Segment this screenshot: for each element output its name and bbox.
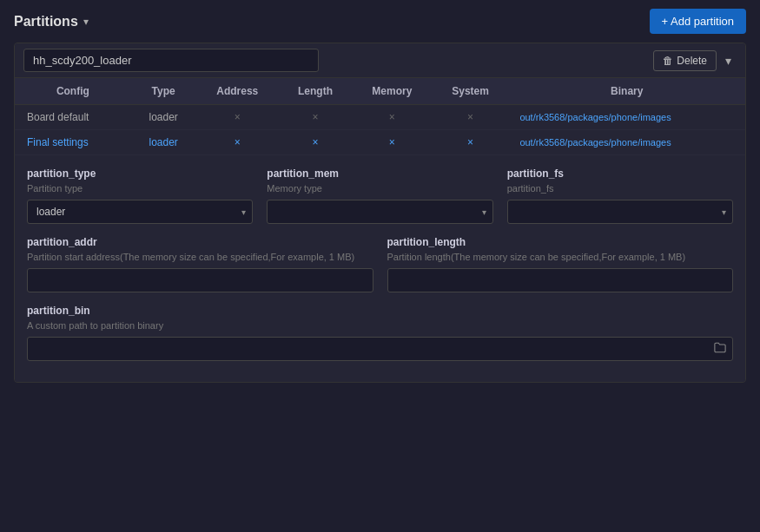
row1-type: loader bbox=[131, 105, 196, 130]
row2-config: Final settings bbox=[15, 130, 131, 155]
partition-mem-select-wrapper: ▾ bbox=[267, 200, 492, 224]
partition-name-input[interactable] bbox=[23, 49, 319, 72]
col-system: System bbox=[433, 78, 509, 105]
expand-button[interactable]: ▾ bbox=[720, 50, 737, 71]
col-length: Length bbox=[279, 78, 352, 105]
partition-mem-select[interactable] bbox=[267, 200, 492, 224]
col-config: Config bbox=[15, 78, 131, 105]
row2-system-x: × bbox=[467, 136, 473, 148]
partition-fs-desc: partition_fs bbox=[507, 183, 733, 194]
partition-table: Config Type Address Length Memory System… bbox=[15, 78, 745, 155]
page-wrapper: Partitions ▾ + Add partition 🗑 Delete ▾ bbox=[0, 0, 760, 532]
content-area: 🗑 Delete ▾ Config Type Address Length Me… bbox=[0, 43, 760, 397]
row1-address: × bbox=[196, 105, 279, 130]
header: Partitions ▾ + Add partition bbox=[0, 0, 760, 43]
page-title: Partitions bbox=[14, 14, 78, 30]
partition-mem-desc: Memory type bbox=[267, 183, 492, 194]
row1-memory: × bbox=[352, 105, 433, 130]
partition-bin-group: partition_bin A custom path to partition… bbox=[27, 305, 733, 361]
row2-type: loader bbox=[131, 130, 196, 155]
col-address: Address bbox=[196, 78, 279, 105]
col-memory: Memory bbox=[352, 78, 433, 105]
row1-length: × bbox=[279, 105, 352, 130]
table-row-final: Final settings loader × × × × out/rk3568… bbox=[15, 130, 745, 155]
partition-bin-desc: A custom path to partition binary bbox=[27, 320, 733, 331]
row2-length: × bbox=[279, 130, 352, 155]
partition-addr-input[interactable] bbox=[27, 268, 373, 292]
partition-fs-select[interactable] bbox=[507, 200, 733, 224]
row1-binary: out/rk3568/packages/phone/images bbox=[509, 105, 745, 130]
partition-mem-label: partition_mem bbox=[267, 167, 492, 180]
partition-type-select[interactable]: loader normal system bbox=[27, 200, 253, 224]
form-section: partition_type Partition type loader nor… bbox=[15, 155, 745, 382]
table-row: Board default loader × × × × out/rk3568/… bbox=[15, 105, 745, 130]
folder-icon[interactable] bbox=[714, 342, 726, 357]
col-binary: Binary bbox=[509, 78, 745, 105]
card-topbar-actions: 🗑 Delete ▾ bbox=[653, 50, 737, 71]
row1-address-x: × bbox=[235, 111, 241, 123]
partition-fs-group: partition_fs partition_fs ▾ bbox=[507, 167, 733, 224]
table-header-row: Config Type Address Length Memory System… bbox=[15, 78, 745, 105]
row2-system: × bbox=[433, 130, 509, 155]
row2-binary: out/rk3568/packages/phone/images bbox=[509, 130, 745, 155]
header-chevron-icon[interactable]: ▾ bbox=[83, 16, 89, 28]
card-topbar: 🗑 Delete ▾ bbox=[15, 43, 745, 78]
partition-length-group: partition_length Partition length(The me… bbox=[387, 236, 734, 292]
partition-bin-label: partition_bin bbox=[27, 305, 733, 317]
partition-mem-group: partition_mem Memory type ▾ bbox=[267, 167, 492, 224]
partition-card: 🗑 Delete ▾ Config Type Address Length Me… bbox=[14, 43, 746, 383]
row1-memory-x: × bbox=[389, 111, 395, 123]
row1-config: Board default bbox=[15, 105, 131, 130]
row2-address: × bbox=[196, 130, 279, 155]
partition-fs-label: partition_fs bbox=[507, 167, 733, 180]
row1-system: × bbox=[433, 105, 509, 130]
partition-bin-input-wrapper bbox=[27, 337, 733, 361]
partition-addr-group: partition_addr Partition start address(T… bbox=[27, 236, 373, 292]
partition-length-desc: Partition length(The memory size can be … bbox=[387, 252, 734, 262]
col-type: Type bbox=[131, 78, 196, 105]
partition-type-desc: Partition type bbox=[27, 183, 253, 194]
partition-type-group: partition_type Partition type loader nor… bbox=[27, 167, 253, 224]
partition-type-label: partition_type bbox=[27, 167, 253, 180]
row2-memory-x: × bbox=[389, 136, 395, 148]
form-row-2: partition_addr Partition start address(T… bbox=[27, 236, 733, 292]
header-title-group: Partitions ▾ bbox=[14, 14, 89, 30]
row2-address-x: × bbox=[235, 136, 241, 148]
add-partition-button[interactable]: + Add partition bbox=[650, 9, 746, 34]
row2-length-x: × bbox=[312, 136, 318, 148]
delete-button-label: Delete bbox=[677, 55, 707, 67]
trash-icon: 🗑 bbox=[663, 55, 673, 67]
row2-binary-link: out/rk3568/packages/phone/images bbox=[518, 137, 674, 148]
delete-button[interactable]: 🗑 Delete bbox=[653, 50, 717, 71]
partition-fs-select-wrapper: ▾ bbox=[507, 200, 733, 224]
row1-system-x: × bbox=[467, 111, 473, 123]
row2-memory: × bbox=[352, 130, 433, 155]
form-row-1: partition_type Partition type loader nor… bbox=[27, 167, 733, 224]
partition-length-input[interactable] bbox=[387, 268, 734, 292]
row1-binary-link: out/rk3568/packages/phone/images bbox=[518, 112, 674, 122]
form-row-3: partition_bin A custom path to partition… bbox=[27, 305, 733, 361]
partition-bin-input[interactable] bbox=[27, 337, 733, 361]
partition-type-select-wrapper: loader normal system ▾ bbox=[27, 200, 253, 224]
partition-length-label: partition_length bbox=[387, 236, 734, 248]
partition-addr-desc: Partition start address(The memory size … bbox=[27, 252, 373, 262]
partition-addr-label: partition_addr bbox=[27, 236, 373, 248]
row1-length-x: × bbox=[312, 111, 318, 123]
